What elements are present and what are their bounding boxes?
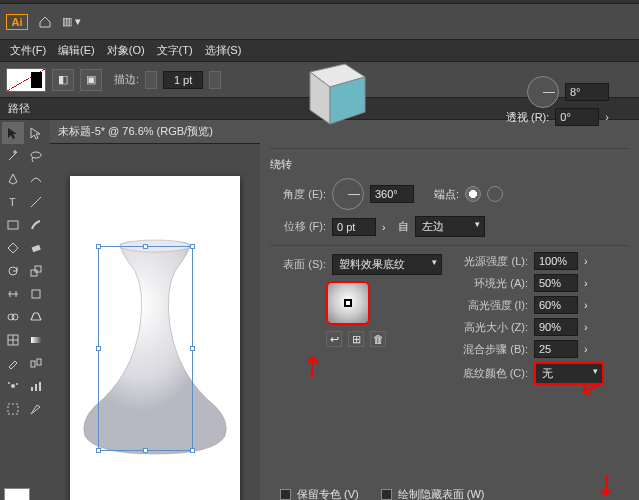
- tilt-dial[interactable]: [527, 76, 559, 108]
- preserve-spot-label: 保留专色 (V): [297, 487, 359, 500]
- menu-file[interactable]: 文件(F): [4, 41, 52, 60]
- cube-preview: [290, 52, 380, 132]
- document-area: 未标题-5* @ 76.6% (RGB/预览) 76.6% ◄ ►: [50, 120, 260, 500]
- endcap-hollow-toggle[interactable]: [487, 186, 503, 202]
- svg-rect-15: [31, 361, 35, 367]
- perspective-input[interactable]: 0°: [555, 108, 599, 126]
- light-delete-icon[interactable]: 🗑: [370, 331, 386, 347]
- chevron-right-icon[interactable]: ›: [382, 221, 386, 233]
- none-icon[interactable]: ▣: [80, 69, 102, 91]
- light-intensity-input[interactable]: 100%: [534, 252, 578, 270]
- surface-dropdown[interactable]: 塑料效果底纹: [332, 254, 442, 275]
- fill-stroke-swatch[interactable]: [6, 68, 46, 92]
- canvas[interactable]: [50, 144, 260, 500]
- svg-rect-22: [39, 382, 41, 391]
- light-add-icon[interactable]: ⊞: [348, 331, 364, 347]
- chevron-right-icon[interactable]: ›: [605, 111, 609, 123]
- blend-steps-input[interactable]: 25: [534, 340, 578, 358]
- workspace: T 未标题-5* @ 76.6% (RGB/预览): [0, 120, 639, 500]
- angle-dial[interactable]: [332, 178, 364, 210]
- stroke-decrease[interactable]: [145, 71, 157, 89]
- draw-hidden-checkbox[interactable]: [381, 489, 392, 500]
- angle-input[interactable]: 360°: [370, 185, 414, 203]
- fill-stroke-indicator[interactable]: [4, 488, 46, 500]
- dropdown-icon[interactable]: ▥ ▾: [62, 15, 81, 28]
- tilt-input[interactable]: 8°: [565, 83, 609, 101]
- chevron-right-icon[interactable]: ›: [584, 255, 588, 267]
- mesh-tool[interactable]: [2, 329, 24, 351]
- brush-tool[interactable]: [25, 214, 47, 236]
- rotate-section-label: 绕转: [270, 157, 629, 172]
- endcap-solid-toggle[interactable]: [465, 186, 481, 202]
- rotate-tool[interactable]: [2, 260, 24, 282]
- toolbox: T: [0, 120, 50, 500]
- ambient-input[interactable]: 50%: [534, 274, 578, 292]
- surface-label: 表面 (S):: [270, 257, 326, 272]
- chevron-right-icon[interactable]: ›: [584, 321, 588, 333]
- scale-tool[interactable]: [25, 260, 47, 282]
- gradient-tool[interactable]: [25, 329, 47, 351]
- rectangle-tool[interactable]: [2, 214, 24, 236]
- curvature-tool[interactable]: [25, 168, 47, 190]
- svg-rect-8: [32, 290, 40, 298]
- stroke-label: 描边:: [114, 72, 139, 87]
- from-label: 自: [398, 219, 409, 234]
- blend-tool[interactable]: [25, 352, 47, 374]
- svg-rect-3: [8, 221, 18, 229]
- ambient-label: 环境光 (A):: [440, 276, 528, 291]
- selection-tool[interactable]: [2, 122, 24, 144]
- highlight-intensity-label: 高光强度 (I):: [440, 298, 528, 313]
- highlight-size-input[interactable]: 90%: [534, 318, 578, 336]
- from-dropdown[interactable]: 左边: [415, 216, 485, 237]
- svg-rect-16: [37, 359, 41, 365]
- perspective-tool[interactable]: [25, 306, 47, 328]
- menu-edit[interactable]: 编辑(E): [52, 41, 101, 60]
- free-transform-tool[interactable]: [25, 283, 47, 305]
- svg-point-18: [8, 382, 10, 384]
- symbol-tool[interactable]: [2, 375, 24, 397]
- pen-tool[interactable]: [2, 168, 24, 190]
- light-sphere[interactable]: [326, 281, 370, 325]
- angle-label: 角度 (E):: [270, 187, 326, 202]
- artboard: [70, 176, 240, 500]
- shape-builder-tool[interactable]: [2, 306, 24, 328]
- eraser-tool[interactable]: [25, 237, 47, 259]
- artboard-tool[interactable]: [2, 398, 24, 420]
- svg-rect-21: [35, 384, 37, 391]
- document-tab[interactable]: 未标题-5* @ 76.6% (RGB/预览): [50, 120, 260, 144]
- type-tool[interactable]: T: [2, 191, 24, 213]
- graph-tool[interactable]: [25, 375, 47, 397]
- chevron-right-icon[interactable]: ›: [584, 299, 588, 311]
- highlight-size-label: 高光大小 (Z):: [440, 320, 528, 335]
- app-toolbar: Ai ▥ ▾: [0, 4, 639, 40]
- offset-input[interactable]: 0 pt: [332, 218, 376, 236]
- svg-rect-20: [31, 387, 33, 391]
- offset-label: 位移 (F):: [270, 219, 326, 234]
- annotation-arrow: ↗: [292, 346, 331, 386]
- preserve-spot-checkbox[interactable]: [280, 489, 291, 500]
- highlight-intensity-input[interactable]: 60%: [534, 296, 578, 314]
- selection-bbox: [98, 246, 193, 451]
- lasso-tool[interactable]: [25, 145, 47, 167]
- home-icon[interactable]: [38, 15, 52, 29]
- slice-tool[interactable]: [25, 398, 47, 420]
- light-back-icon[interactable]: ↩: [326, 331, 342, 347]
- menu-type[interactable]: 文字(T): [151, 41, 199, 60]
- svg-point-17: [11, 384, 15, 388]
- magic-wand-tool[interactable]: [2, 145, 24, 167]
- svg-point-10: [12, 314, 18, 320]
- stroke-increase[interactable]: [209, 71, 221, 89]
- direct-selection-tool[interactable]: [25, 122, 47, 144]
- chevron-right-icon[interactable]: ›: [584, 277, 588, 289]
- chevron-right-icon[interactable]: ›: [584, 343, 588, 355]
- menu-object[interactable]: 对象(O): [101, 41, 151, 60]
- width-tool[interactable]: [2, 283, 24, 305]
- menu-select[interactable]: 选择(S): [199, 41, 248, 60]
- swap-icon[interactable]: ◧: [52, 69, 74, 91]
- line-tool[interactable]: [25, 191, 47, 213]
- eyedropper-tool[interactable]: [2, 352, 24, 374]
- shaper-tool[interactable]: [2, 237, 24, 259]
- draw-hidden-label: 绘制隐藏表面 (W): [398, 487, 485, 500]
- svg-rect-6: [31, 270, 37, 276]
- stroke-input[interactable]: 1 pt: [163, 71, 203, 89]
